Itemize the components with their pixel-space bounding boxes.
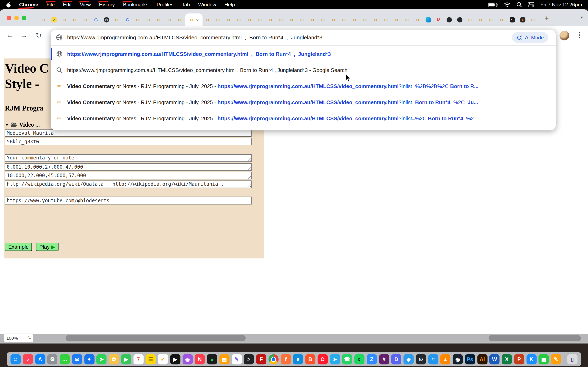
tab[interactable]: ✏ xyxy=(234,13,244,26)
dock-app-reminders-icon[interactable]: ✓ xyxy=(158,354,168,364)
suggestion-row-5[interactable]: ✏Video Commentary or Notes - RJM Program… xyxy=(51,110,556,126)
dock-app-spotify-icon[interactable]: ♬ xyxy=(355,354,365,364)
dock-app-numbers-icon[interactable]: ▦ xyxy=(539,354,549,364)
menu-tab[interactable]: Tab xyxy=(178,0,194,9)
chrome-menu-button[interactable] xyxy=(577,30,582,40)
tab[interactable]: ✏ xyxy=(528,13,538,26)
tab[interactable]: ✏ xyxy=(339,13,349,26)
menu-window[interactable]: Window xyxy=(194,0,220,9)
tab[interactable]: ✏ xyxy=(175,13,185,26)
dock-app-settings-icon[interactable]: ⚙ xyxy=(47,354,58,364)
menu-history[interactable]: History xyxy=(95,0,119,9)
tab[interactable]: ✏ xyxy=(133,13,143,26)
dock-app-maps-icon[interactable]: ➤ xyxy=(96,354,107,364)
video-id-input[interactable] xyxy=(5,138,252,145)
tab[interactable]: ✏ xyxy=(476,13,486,26)
dock-app-podcasts-icon[interactable]: ◉ xyxy=(182,354,193,364)
tab[interactable]: ✏ xyxy=(371,13,381,26)
dock-app-firefox-icon[interactable]: f xyxy=(281,354,291,364)
dock-app-tv-icon[interactable]: ▶ xyxy=(170,354,180,364)
dock-app-photoshop-icon[interactable]: Ps xyxy=(465,354,475,364)
dock-app-news-icon[interactable]: N xyxy=(195,354,205,364)
dock-app-finder-icon[interactable]: ☺ xyxy=(10,354,21,364)
tab[interactable]: ✏ xyxy=(402,13,412,26)
tab[interactable] xyxy=(423,13,433,26)
tab-search-chevron-icon[interactable]: ▾ xyxy=(581,15,583,20)
tab[interactable]: W xyxy=(101,13,112,26)
dock-app-brave-icon[interactable]: B xyxy=(305,354,315,364)
dock-app-calendar-icon[interactable]: 7 xyxy=(133,354,144,364)
channel-url-input[interactable] xyxy=(5,197,252,205)
close-window-button[interactable] xyxy=(7,16,11,20)
tab[interactable]: ✏ xyxy=(381,13,391,26)
tab[interactable]: ✏ xyxy=(497,13,507,26)
tab[interactable] xyxy=(454,13,465,26)
scrollbar-thumb[interactable] xyxy=(489,335,581,341)
dock-app-discord-icon[interactable]: D xyxy=(391,354,401,364)
tab[interactable]: ✏ xyxy=(486,13,496,26)
zoom-window-button[interactable] xyxy=(22,16,26,20)
tab[interactable]: ✏ xyxy=(307,13,318,26)
dock-app-messages-icon[interactable]: … xyxy=(60,354,70,364)
new-tab-button[interactable]: + xyxy=(543,14,551,22)
dock-app-books-icon[interactable]: ▤ xyxy=(219,354,229,364)
menu-clock[interactable]: Fri 7 Nov 12:26pm xyxy=(540,2,582,8)
tab[interactable]: ✏ xyxy=(255,13,265,26)
tab[interactable]: G xyxy=(122,13,133,26)
video-details-summary[interactable]: ▼ Video ... xyxy=(5,121,40,128)
profile-avatar[interactable] xyxy=(559,31,569,41)
tab[interactable]: ✏ xyxy=(154,13,164,26)
dock-app-music-icon[interactable]: ♪ xyxy=(23,354,33,364)
dock-app-slack-icon[interactable]: # xyxy=(379,354,389,364)
example-button[interactable]: Example xyxy=(5,243,32,251)
spotlight-icon[interactable] xyxy=(516,2,522,8)
dock-app-facetime-icon[interactable]: ▶ xyxy=(121,354,131,364)
suggestion-row-2[interactable]: https://www.rjmprogramming.com.au/HTMLCS… xyxy=(51,62,556,78)
tab[interactable]: ✏ xyxy=(276,13,286,26)
menu-chrome[interactable]: Chrome xyxy=(15,0,42,9)
dock-app-safari-icon[interactable]: ✦ xyxy=(84,354,94,364)
menu-profiles[interactable]: Profiles xyxy=(153,0,178,9)
dock-app-filezilla-icon[interactable]: F xyxy=(256,354,266,364)
ai-mode-button[interactable]: AI Mode xyxy=(512,32,548,43)
tab-active[interactable]: ✏× xyxy=(185,13,202,26)
zoom-stepper-icon[interactable]: ⇅ xyxy=(28,336,31,341)
tab[interactable]: ● xyxy=(518,13,528,26)
tab[interactable]: M xyxy=(433,13,444,26)
start-times-textarea[interactable]: 0.001,10.000,27.000,47.000 xyxy=(5,163,252,171)
play-button[interactable]: Play ▶ xyxy=(36,243,58,251)
tab[interactable]: ✏ xyxy=(465,13,476,26)
dock-app-edge-icon[interactable]: e xyxy=(293,354,303,364)
dock-app-vscode-icon[interactable]: ◆ xyxy=(403,354,414,364)
omnibox-text[interactable]: https://www.rjmprogramming.com.au/HTMLCS… xyxy=(67,34,322,40)
tab[interactable]: ✏ xyxy=(286,13,297,26)
tab[interactable]: ✏ xyxy=(70,13,80,26)
dock-app-trash-icon[interactable]: ▯ xyxy=(567,354,577,364)
forward-button[interactable]: → xyxy=(19,30,29,40)
tab[interactable]: ✏ xyxy=(112,13,122,26)
wifi-icon[interactable] xyxy=(504,2,510,7)
zoom-widget[interactable]: 100% ⇅ xyxy=(4,334,34,342)
tab[interactable]: ✏ xyxy=(360,13,370,26)
dock-app-terminal-icon[interactable]: > xyxy=(244,354,254,364)
tab[interactable]: ✏ xyxy=(318,13,329,26)
suggestion-row-4[interactable]: ✏Video Commentary or Notes - RJM Program… xyxy=(51,94,556,110)
control-center-icon[interactable] xyxy=(528,2,534,7)
tab[interactable]: ✏ xyxy=(59,13,70,26)
minimize-window-button[interactable] xyxy=(14,16,19,20)
commentary-textarea[interactable]: Your commentary or note xyxy=(5,154,252,162)
dock-app-github-icon[interactable]: ⊙ xyxy=(416,354,426,364)
tab[interactable]: ✏ xyxy=(297,13,307,26)
tab[interactable]: ✏ xyxy=(265,13,276,26)
suggestion-row-3[interactable]: ✏Video Commentary or Notes - RJM Program… xyxy=(51,78,556,94)
dock-app-illustrator-icon[interactable]: Ai xyxy=(477,354,487,364)
tab[interactable]: G xyxy=(91,13,101,26)
reload-button[interactable]: ↻ xyxy=(33,30,44,40)
omnibox[interactable]: https://www.rjmprogramming.com.au/HTMLCS… xyxy=(51,30,556,46)
battery-icon[interactable] xyxy=(488,2,498,7)
suggestion-row-1[interactable]: https://www.rjmprogramming.com.au/HTMLCS… xyxy=(51,46,556,62)
dock-app-photos-icon[interactable]: ✿ xyxy=(109,354,119,364)
tab[interactable]: ✏ xyxy=(392,13,402,26)
dock-app-vlc-icon[interactable]: ▲ xyxy=(440,354,450,364)
links-textarea[interactable]: http://wikipedia.org/wiki/Oualata , http… xyxy=(5,180,252,188)
